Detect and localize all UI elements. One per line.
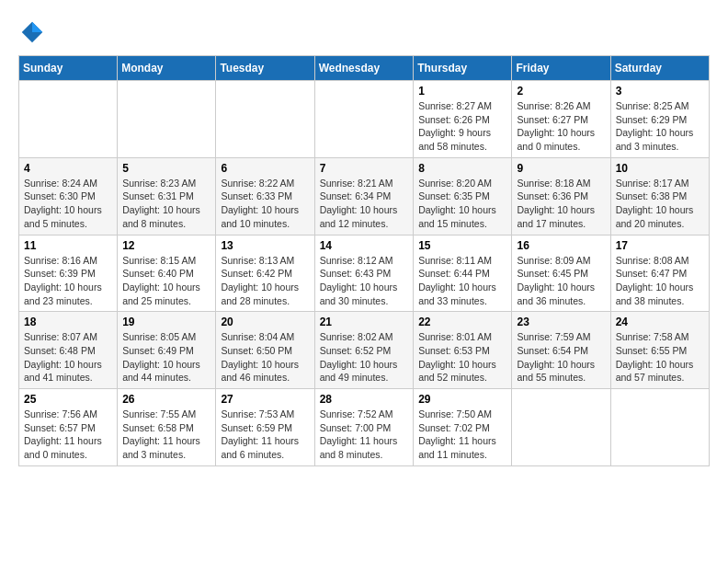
calendar-cell: 23Sunrise: 7:59 AM Sunset: 6:54 PM Dayli… <box>512 312 610 389</box>
calendar-week-row: 4Sunrise: 8:24 AM Sunset: 6:30 PM Daylig… <box>19 157 710 235</box>
day-info: Sunrise: 8:27 AM Sunset: 6:26 PM Dayligh… <box>418 99 506 154</box>
day-info: Sunrise: 8:01 AM Sunset: 6:53 PM Dayligh… <box>418 330 506 385</box>
calendar-cell: 16Sunrise: 8:09 AM Sunset: 6:45 PM Dayli… <box>512 235 610 312</box>
day-number: 6 <box>221 162 309 175</box>
day-info: Sunrise: 7:50 AM Sunset: 7:02 PM Dayligh… <box>418 408 506 462</box>
calendar-cell <box>118 81 216 158</box>
day-number: 24 <box>616 316 704 328</box>
day-number: 1 <box>418 85 506 98</box>
calendar-cell: 27Sunrise: 7:53 AM Sunset: 6:59 PM Dayli… <box>216 389 314 466</box>
calendar-cell: 1Sunrise: 8:27 AM Sunset: 6:26 PM Daylig… <box>414 81 512 158</box>
calendar-cell: 10Sunrise: 8:17 AM Sunset: 6:38 PM Dayli… <box>610 157 709 235</box>
day-info: Sunrise: 8:08 AM Sunset: 6:47 PM Dayligh… <box>616 254 704 308</box>
day-number: 18 <box>24 316 112 328</box>
day-info: Sunrise: 8:15 AM Sunset: 6:40 PM Dayligh… <box>122 254 210 308</box>
calendar-week-row: 11Sunrise: 8:16 AM Sunset: 6:39 PM Dayli… <box>19 235 710 312</box>
calendar-cell: 18Sunrise: 8:07 AM Sunset: 6:48 PM Dayli… <box>19 312 118 389</box>
day-number: 29 <box>418 393 506 406</box>
svg-marker-1 <box>32 22 42 32</box>
calendar-cell: 26Sunrise: 7:55 AM Sunset: 6:58 PM Dayli… <box>118 389 216 466</box>
day-number: 7 <box>320 162 409 175</box>
day-info: Sunrise: 8:13 AM Sunset: 6:42 PM Dayligh… <box>221 254 309 308</box>
day-number: 16 <box>517 239 605 252</box>
day-info: Sunrise: 8:05 AM Sunset: 6:49 PM Dayligh… <box>122 330 210 385</box>
calendar-cell: 29Sunrise: 7:50 AM Sunset: 7:02 PM Dayli… <box>414 389 512 466</box>
day-number: 27 <box>221 393 309 406</box>
calendar-cell <box>512 389 610 466</box>
day-number: 11 <box>24 239 112 252</box>
day-info: Sunrise: 8:16 AM Sunset: 6:39 PM Dayligh… <box>24 254 112 308</box>
day-info: Sunrise: 8:18 AM Sunset: 6:36 PM Dayligh… <box>517 177 605 231</box>
day-number: 23 <box>517 316 605 328</box>
day-number: 25 <box>24 393 112 406</box>
day-info: Sunrise: 8:12 AM Sunset: 6:43 PM Dayligh… <box>320 254 409 308</box>
calendar-cell: 14Sunrise: 8:12 AM Sunset: 6:43 PM Dayli… <box>314 235 414 312</box>
day-number: 20 <box>221 316 309 328</box>
day-info: Sunrise: 7:58 AM Sunset: 6:55 PM Dayligh… <box>616 330 704 385</box>
day-number: 2 <box>517 85 605 98</box>
day-number: 15 <box>418 239 506 252</box>
day-number: 3 <box>616 85 704 98</box>
day-info: Sunrise: 8:25 AM Sunset: 6:29 PM Dayligh… <box>616 99 704 154</box>
calendar-cell: 11Sunrise: 8:16 AM Sunset: 6:39 PM Dayli… <box>19 235 118 312</box>
calendar-cell: 7Sunrise: 8:21 AM Sunset: 6:34 PM Daylig… <box>314 157 414 235</box>
day-info: Sunrise: 8:07 AM Sunset: 6:48 PM Dayligh… <box>24 330 112 385</box>
calendar-cell: 24Sunrise: 7:58 AM Sunset: 6:55 PM Dayli… <box>610 312 709 389</box>
calendar-cell: 6Sunrise: 8:22 AM Sunset: 6:33 PM Daylig… <box>216 157 314 235</box>
calendar-cell: 25Sunrise: 7:56 AM Sunset: 6:57 PM Dayli… <box>19 389 118 466</box>
calendar-cell: 28Sunrise: 7:52 AM Sunset: 7:00 PM Dayli… <box>314 389 414 466</box>
calendar-week-row: 1Sunrise: 8:27 AM Sunset: 6:26 PM Daylig… <box>19 81 710 158</box>
calendar-cell: 4Sunrise: 8:24 AM Sunset: 6:30 PM Daylig… <box>19 157 118 235</box>
calendar-cell: 5Sunrise: 8:23 AM Sunset: 6:31 PM Daylig… <box>118 157 216 235</box>
calendar-week-row: 18Sunrise: 8:07 AM Sunset: 6:48 PM Dayli… <box>19 312 710 389</box>
logo-icon <box>18 18 46 46</box>
calendar-cell: 8Sunrise: 8:20 AM Sunset: 6:35 PM Daylig… <box>414 157 512 235</box>
day-info: Sunrise: 7:52 AM Sunset: 7:00 PM Dayligh… <box>320 408 409 462</box>
calendar-cell: 15Sunrise: 8:11 AM Sunset: 6:44 PM Dayli… <box>414 235 512 312</box>
calendar-cell <box>314 81 414 158</box>
page-header <box>18 18 710 46</box>
calendar-cell: 3Sunrise: 8:25 AM Sunset: 6:29 PM Daylig… <box>610 81 709 158</box>
day-number: 17 <box>616 239 704 252</box>
day-number: 21 <box>320 316 409 328</box>
day-number: 12 <box>122 239 210 252</box>
day-info: Sunrise: 8:17 AM Sunset: 6:38 PM Dayligh… <box>616 177 704 231</box>
day-number: 10 <box>616 162 704 175</box>
calendar-cell: 19Sunrise: 8:05 AM Sunset: 6:49 PM Dayli… <box>118 312 216 389</box>
calendar-cell: 22Sunrise: 8:01 AM Sunset: 6:53 PM Dayli… <box>414 312 512 389</box>
day-info: Sunrise: 7:56 AM Sunset: 6:57 PM Dayligh… <box>24 408 112 462</box>
day-number: 8 <box>418 162 506 175</box>
day-info: Sunrise: 7:55 AM Sunset: 6:58 PM Dayligh… <box>122 408 210 462</box>
day-info: Sunrise: 8:20 AM Sunset: 6:35 PM Dayligh… <box>418 177 506 231</box>
calendar-cell: 9Sunrise: 8:18 AM Sunset: 6:36 PM Daylig… <box>512 157 610 235</box>
weekday-header: Friday <box>512 56 610 81</box>
day-number: 14 <box>320 239 409 252</box>
day-info: Sunrise: 8:24 AM Sunset: 6:30 PM Dayligh… <box>24 177 112 231</box>
weekday-header: Saturday <box>610 56 709 81</box>
calendar-week-row: 25Sunrise: 7:56 AM Sunset: 6:57 PM Dayli… <box>19 389 710 466</box>
day-number: 9 <box>517 162 605 175</box>
day-info: Sunrise: 8:26 AM Sunset: 6:27 PM Dayligh… <box>517 99 605 154</box>
calendar-cell: 21Sunrise: 8:02 AM Sunset: 6:52 PM Dayli… <box>314 312 414 389</box>
day-number: 5 <box>122 162 210 175</box>
weekday-header: Tuesday <box>216 56 314 81</box>
calendar-cell: 20Sunrise: 8:04 AM Sunset: 6:50 PM Dayli… <box>216 312 314 389</box>
day-info: Sunrise: 8:02 AM Sunset: 6:52 PM Dayligh… <box>320 330 409 385</box>
weekday-header: Sunday <box>19 56 118 81</box>
day-info: Sunrise: 8:11 AM Sunset: 6:44 PM Dayligh… <box>418 254 506 308</box>
calendar-cell <box>216 81 314 158</box>
calendar-cell <box>610 389 709 466</box>
day-info: Sunrise: 8:04 AM Sunset: 6:50 PM Dayligh… <box>221 330 309 385</box>
day-info: Sunrise: 8:23 AM Sunset: 6:31 PM Dayligh… <box>122 177 210 231</box>
calendar-cell: 12Sunrise: 8:15 AM Sunset: 6:40 PM Dayli… <box>118 235 216 312</box>
day-number: 4 <box>24 162 112 175</box>
day-info: Sunrise: 8:21 AM Sunset: 6:34 PM Dayligh… <box>320 177 409 231</box>
weekday-header: Thursday <box>414 56 512 81</box>
day-number: 13 <box>221 239 309 252</box>
calendar-cell <box>19 81 118 158</box>
day-number: 19 <box>122 316 210 328</box>
day-info: Sunrise: 8:22 AM Sunset: 6:33 PM Dayligh… <box>221 177 309 231</box>
logo <box>18 18 50 46</box>
day-info: Sunrise: 7:59 AM Sunset: 6:54 PM Dayligh… <box>517 330 605 385</box>
day-info: Sunrise: 8:09 AM Sunset: 6:45 PM Dayligh… <box>517 254 605 308</box>
